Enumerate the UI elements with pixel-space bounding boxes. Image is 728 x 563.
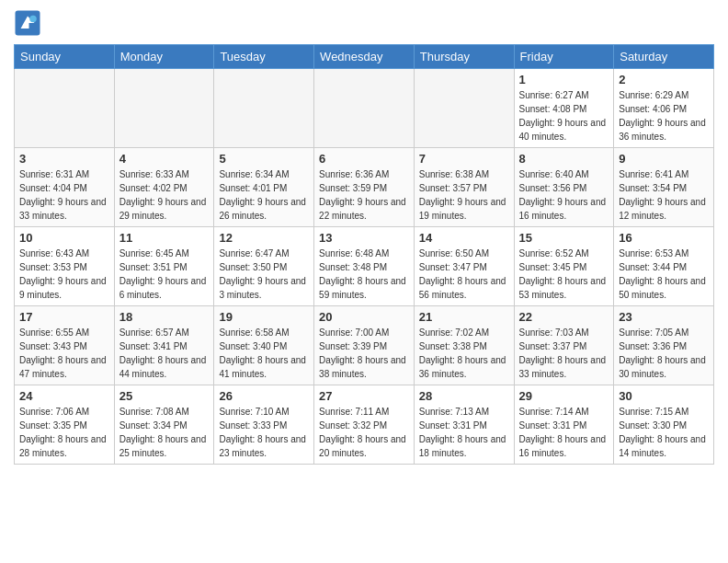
day-number: 10 [19,231,109,245]
day-info: Sunrise: 6:57 AMSunset: 3:41 PMDaylight:… [119,326,210,381]
calendar-week-row: 3Sunrise: 6:31 AMSunset: 4:04 PMDaylight… [15,148,714,227]
day-number: 18 [119,310,210,324]
day-number: 15 [519,231,609,245]
calendar-cell [414,69,514,148]
day-info: Sunrise: 7:11 AMSunset: 3:32 PMDaylight:… [319,405,409,460]
day-number: 21 [419,310,509,324]
calendar-cell: 4Sunrise: 6:33 AMSunset: 4:02 PMDaylight… [114,148,214,227]
calendar-cell: 20Sunrise: 7:00 AMSunset: 3:39 PMDayligh… [314,306,415,385]
day-number: 23 [619,310,709,324]
weekday-header-friday: Friday [514,45,614,69]
calendar-cell: 26Sunrise: 7:10 AMSunset: 3:33 PMDayligh… [214,385,314,465]
calendar-cell: 23Sunrise: 7:05 AMSunset: 3:36 PMDayligh… [614,306,714,385]
day-info: Sunrise: 7:00 AMSunset: 3:39 PMDaylight:… [319,326,409,381]
day-number: 16 [619,231,709,245]
calendar-cell: 21Sunrise: 7:02 AMSunset: 3:38 PMDayligh… [414,306,514,385]
calendar-cell: 6Sunrise: 6:36 AMSunset: 3:59 PMDaylight… [314,148,415,227]
calendar-cell: 24Sunrise: 7:06 AMSunset: 3:35 PMDayligh… [15,385,115,465]
day-info: Sunrise: 6:47 AMSunset: 3:50 PMDaylight:… [219,247,309,302]
day-info: Sunrise: 7:15 AMSunset: 3:30 PMDaylight:… [619,405,709,460]
weekday-header-monday: Monday [114,45,214,69]
calendar-cell: 27Sunrise: 7:11 AMSunset: 3:32 PMDayligh… [314,385,415,465]
calendar-cell: 18Sunrise: 6:57 AMSunset: 3:41 PMDayligh… [114,306,214,385]
calendar-cell [114,69,214,148]
calendar-cell [15,69,115,148]
calendar-cell: 19Sunrise: 6:58 AMSunset: 3:40 PMDayligh… [214,306,314,385]
logo [14,9,45,37]
day-info: Sunrise: 6:29 AMSunset: 4:06 PMDaylight:… [619,88,709,144]
day-info: Sunrise: 6:48 AMSunset: 3:48 PMDaylight:… [319,247,409,302]
calendar-cell: 11Sunrise: 6:45 AMSunset: 3:51 PMDayligh… [114,227,214,306]
weekday-header-sunday: Sunday [15,45,115,69]
calendar-cell: 13Sunrise: 6:48 AMSunset: 3:48 PMDayligh… [314,227,415,306]
day-info: Sunrise: 6:31 AMSunset: 4:04 PMDaylight:… [19,167,109,223]
day-number: 11 [119,231,210,245]
day-info: Sunrise: 6:45 AMSunset: 3:51 PMDaylight:… [119,247,210,302]
day-info: Sunrise: 6:53 AMSunset: 3:44 PMDaylight:… [619,247,709,302]
main-container: SundayMondayTuesdayWednesdayThursdayFrid… [0,0,728,474]
day-info: Sunrise: 7:13 AMSunset: 3:31 PMDaylight:… [419,405,509,460]
calendar-cell [314,69,415,148]
day-number: 2 [619,73,709,86]
day-number: 17 [19,310,109,324]
day-info: Sunrise: 7:03 AMSunset: 3:37 PMDaylight:… [519,326,609,381]
calendar-cell: 5Sunrise: 6:34 AMSunset: 4:01 PMDaylight… [214,148,314,227]
calendar-cell: 28Sunrise: 7:13 AMSunset: 3:31 PMDayligh… [414,385,514,465]
day-info: Sunrise: 6:36 AMSunset: 3:59 PMDaylight:… [319,167,409,223]
calendar-header-row: SundayMondayTuesdayWednesdayThursdayFrid… [15,45,714,69]
calendar-cell: 30Sunrise: 7:15 AMSunset: 3:30 PMDayligh… [614,385,714,465]
calendar-cell: 15Sunrise: 6:52 AMSunset: 3:45 PMDayligh… [514,227,614,306]
day-info: Sunrise: 7:08 AMSunset: 3:34 PMDaylight:… [119,405,210,460]
day-number: 6 [319,152,409,166]
calendar-cell: 10Sunrise: 6:43 AMSunset: 3:53 PMDayligh… [15,227,115,306]
calendar-cell: 2Sunrise: 6:29 AMSunset: 4:06 PMDaylight… [614,69,714,148]
calendar-cell: 14Sunrise: 6:50 AMSunset: 3:47 PMDayligh… [414,227,514,306]
day-number: 30 [619,389,709,403]
day-number: 29 [519,389,609,403]
day-info: Sunrise: 6:52 AMSunset: 3:45 PMDaylight:… [519,247,609,302]
day-number: 19 [219,310,309,324]
day-info: Sunrise: 7:02 AMSunset: 3:38 PMDaylight:… [419,326,509,381]
calendar-week-row: 10Sunrise: 6:43 AMSunset: 3:53 PMDayligh… [15,227,714,306]
calendar-cell: 1Sunrise: 6:27 AMSunset: 4:08 PMDaylight… [514,69,614,148]
calendar-cell: 7Sunrise: 6:38 AMSunset: 3:57 PMDaylight… [414,148,514,227]
day-info: Sunrise: 6:40 AMSunset: 3:56 PMDaylight:… [519,167,609,223]
calendar-cell: 29Sunrise: 7:14 AMSunset: 3:31 PMDayligh… [514,385,614,465]
calendar-week-row: 1Sunrise: 6:27 AMSunset: 4:08 PMDaylight… [15,69,714,148]
day-info: Sunrise: 6:55 AMSunset: 3:43 PMDaylight:… [19,326,109,381]
calendar-cell: 12Sunrise: 6:47 AMSunset: 3:50 PMDayligh… [214,227,314,306]
day-number: 27 [319,389,409,403]
day-info: Sunrise: 7:14 AMSunset: 3:31 PMDaylight:… [519,405,609,460]
day-number: 25 [119,389,210,403]
day-info: Sunrise: 7:05 AMSunset: 3:36 PMDaylight:… [619,326,709,381]
day-info: Sunrise: 7:10 AMSunset: 3:33 PMDaylight:… [219,405,309,460]
day-number: 4 [119,152,210,166]
calendar-week-row: 24Sunrise: 7:06 AMSunset: 3:35 PMDayligh… [15,385,714,465]
day-info: Sunrise: 6:38 AMSunset: 3:57 PMDaylight:… [419,167,509,223]
calendar-cell: 8Sunrise: 6:40 AMSunset: 3:56 PMDaylight… [514,148,614,227]
calendar-cell: 17Sunrise: 6:55 AMSunset: 3:43 PMDayligh… [15,306,115,385]
day-number: 26 [219,389,309,403]
day-number: 22 [519,310,609,324]
day-number: 13 [319,231,409,245]
calendar-cell: 16Sunrise: 6:53 AMSunset: 3:44 PMDayligh… [614,227,714,306]
day-number: 20 [319,310,409,324]
header [14,9,714,37]
day-info: Sunrise: 6:41 AMSunset: 3:54 PMDaylight:… [619,167,709,223]
day-info: Sunrise: 6:34 AMSunset: 4:01 PMDaylight:… [219,167,309,223]
day-number: 24 [19,389,109,403]
weekday-header-saturday: Saturday [614,45,714,69]
weekday-header-wednesday: Wednesday [314,45,415,69]
day-number: 28 [419,389,509,403]
logo-icon [14,9,41,37]
weekday-header-thursday: Thursday [414,45,514,69]
day-number: 12 [219,231,309,245]
day-number: 1 [519,73,609,86]
calendar-cell: 9Sunrise: 6:41 AMSunset: 3:54 PMDaylight… [614,148,714,227]
day-info: Sunrise: 7:06 AMSunset: 3:35 PMDaylight:… [19,405,109,460]
weekday-header-tuesday: Tuesday [214,45,314,69]
calendar-week-row: 17Sunrise: 6:55 AMSunset: 3:43 PMDayligh… [15,306,714,385]
day-info: Sunrise: 6:27 AMSunset: 4:08 PMDaylight:… [519,88,609,144]
calendar-table: SundayMondayTuesdayWednesdayThursdayFrid… [14,44,714,465]
svg-point-2 [29,16,37,23]
